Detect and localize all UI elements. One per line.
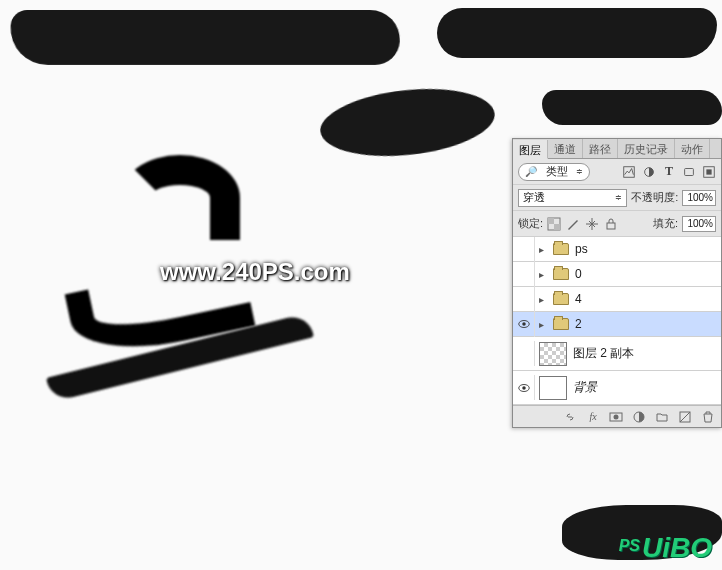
site-logo: PSUiBO	[619, 532, 712, 564]
layer-name-label: 4	[575, 292, 582, 306]
folder-icon	[553, 318, 569, 330]
opacity-input[interactable]: 100%	[682, 190, 716, 206]
layer-list: ▸ ps ▸ 0 ▸ 4	[513, 237, 721, 405]
filter-text-icon[interactable]: T	[662, 165, 676, 179]
filter-adjust-icon[interactable]	[642, 165, 656, 179]
dropdown-caret-icon: ≑	[576, 167, 583, 176]
disclosure-triangle-icon[interactable]: ▸	[539, 269, 547, 280]
layers-panel: 图层 通道 路径 历史记录 动作 🔎 类型 ≑ T 穿透 ≑ 不透明度: 100…	[512, 138, 722, 428]
tab-paths[interactable]: 路径	[583, 139, 618, 158]
panel-tabs: 图层 通道 路径 历史记录 动作	[513, 139, 721, 159]
mask-icon[interactable]	[609, 410, 623, 424]
filter-type-label: 类型	[546, 164, 568, 179]
svg-rect-2	[685, 168, 694, 175]
lock-transparency-icon[interactable]	[547, 217, 561, 231]
filter-shape-icon[interactable]	[682, 165, 696, 179]
delete-layer-icon[interactable]	[701, 410, 715, 424]
folder-icon	[553, 243, 569, 255]
tab-actions[interactable]: 动作	[675, 139, 710, 158]
layer-row[interactable]: ▸ 4	[513, 287, 721, 312]
layer-row[interactable]: ▸ 0	[513, 262, 721, 287]
layer-name-label: 0	[575, 267, 582, 281]
blend-mode-select[interactable]: 穿透 ≑	[518, 189, 627, 207]
lock-all-icon[interactable]	[604, 217, 618, 231]
lock-label: 锁定:	[518, 216, 543, 231]
disclosure-triangle-icon[interactable]: ▸	[539, 294, 547, 305]
new-layer-icon[interactable]	[678, 410, 692, 424]
folder-icon	[553, 268, 569, 280]
folder-icon	[553, 293, 569, 305]
brush-stroke	[9, 10, 402, 65]
tab-channels[interactable]: 通道	[548, 139, 583, 158]
blend-mode-value: 穿透	[523, 190, 545, 205]
svg-rect-7	[554, 224, 560, 230]
filter-smart-icon[interactable]	[702, 165, 716, 179]
lock-fill-row: 锁定: 填充: 100%	[513, 211, 721, 237]
layer-thumbnail	[539, 342, 567, 366]
visibility-toggle[interactable]	[513, 287, 535, 312]
layer-row[interactable]: 背景	[513, 371, 721, 405]
svg-rect-8	[607, 223, 615, 229]
disclosure-triangle-icon[interactable]: ▸	[539, 319, 547, 330]
layer-name-label: 图层 2 副本	[573, 345, 634, 362]
site-logo-main: UiBO	[642, 532, 712, 563]
panel-footer: fx	[513, 405, 721, 427]
new-group-icon[interactable]	[655, 410, 669, 424]
fx-icon[interactable]: fx	[586, 410, 600, 424]
layer-row[interactable]: ▸ ps	[513, 237, 721, 262]
adjustment-layer-icon[interactable]	[632, 410, 646, 424]
visibility-toggle[interactable]	[513, 262, 535, 287]
dropdown-caret-icon: ≑	[615, 193, 622, 202]
layer-name-label: ps	[575, 242, 588, 256]
search-icon: 🔎	[525, 166, 537, 177]
visibility-toggle[interactable]	[513, 312, 535, 337]
brush-stroke-two	[120, 155, 240, 240]
layer-filter-row: 🔎 类型 ≑ T	[513, 159, 721, 185]
brush-stroke	[437, 8, 717, 58]
link-layers-icon[interactable]	[563, 410, 577, 424]
svg-point-14	[614, 414, 619, 419]
disclosure-triangle-icon[interactable]: ▸	[539, 244, 547, 255]
blend-opacity-row: 穿透 ≑ 不透明度: 100%	[513, 185, 721, 211]
brush-stroke	[542, 90, 722, 125]
layer-name-label: 2	[575, 317, 582, 331]
tab-layers[interactable]: 图层	[513, 140, 548, 159]
visibility-toggle[interactable]	[513, 375, 535, 400]
layer-thumbnail	[539, 376, 567, 400]
svg-point-10	[522, 322, 526, 326]
layer-row[interactable]: 图层 2 副本	[513, 337, 721, 371]
tab-history[interactable]: 历史记录	[618, 139, 675, 158]
layer-row[interactable]: ▸ 2	[513, 312, 721, 337]
filter-pixel-icon[interactable]	[622, 165, 636, 179]
layer-name-label: 背景	[573, 379, 597, 396]
svg-rect-6	[548, 218, 554, 224]
fill-input[interactable]: 100%	[682, 216, 716, 232]
visibility-toggle[interactable]	[513, 341, 535, 366]
site-logo-small: PS	[619, 537, 640, 555]
lock-pixels-icon[interactable]	[566, 217, 580, 231]
filter-type-select[interactable]: 🔎 类型 ≑	[518, 163, 590, 181]
svg-point-12	[522, 386, 526, 390]
lock-position-icon[interactable]	[585, 217, 599, 231]
fill-label: 填充:	[653, 216, 678, 231]
visibility-toggle[interactable]	[513, 237, 535, 262]
opacity-label: 不透明度:	[631, 190, 678, 205]
watermark-text: www.240PS.com	[160, 258, 350, 286]
svg-rect-4	[706, 169, 711, 174]
